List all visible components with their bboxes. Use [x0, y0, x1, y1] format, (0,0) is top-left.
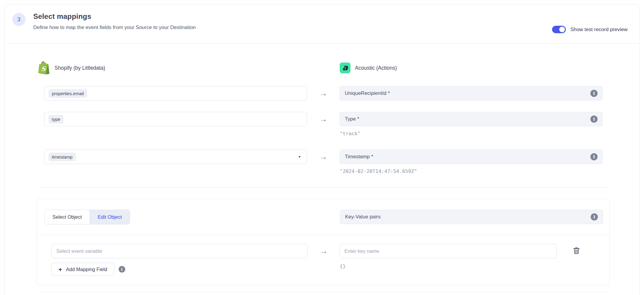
- info-icon[interactable]: i: [590, 153, 598, 160]
- destination-field: Timestamp * i: [340, 150, 603, 164]
- test-record-preview-value: "2024-02-20T14:47:54.659Z": [37, 168, 609, 174]
- section-divider: [37, 292, 610, 292]
- key-value-row: + Add Mapping Field i →: [37, 235, 610, 285]
- source-endpoint: S Shopify (by Littledata): [37, 61, 340, 75]
- source-field-cell: timestamp ▾: [44, 150, 307, 164]
- step-number-badge: 3: [12, 13, 25, 26]
- tab-select-object[interactable]: Select Object: [45, 210, 90, 224]
- mapping-row: type → Type * i: [37, 112, 609, 126]
- step-number: 3: [17, 16, 21, 23]
- destination-field-label: Type *: [345, 116, 359, 122]
- add-mapping-field-button[interactable]: + Add Mapping Field: [52, 263, 114, 276]
- test-record-preview-value: {}: [340, 263, 603, 269]
- key-value-source-column: + Add Mapping Field i: [52, 244, 308, 276]
- destination-field-cell: Type * i: [340, 112, 603, 126]
- key-value-dest-column: {}: [340, 244, 603, 269]
- show-test-record-preview-toggle[interactable]: [552, 26, 566, 33]
- destination-name: Acoustic (Actions): [355, 65, 397, 71]
- event-variable-input[interactable]: [52, 244, 308, 258]
- destination-field-cell: Key-Value pairs i: [340, 210, 603, 224]
- object-mapping-card: Select Object Edit Object Key-Value pair…: [37, 199, 610, 285]
- add-mapping-field-label: Add Mapping Field: [66, 267, 107, 272]
- source-field-cell: properties.email: [44, 86, 307, 101]
- page-title: Select mappings: [33, 12, 196, 21]
- shopify-bag-icon: S: [38, 61, 50, 75]
- mapping-row: properties.email → UniqueRecipientId * i: [37, 86, 609, 101]
- destination-field: UniqueRecipientId * i: [340, 86, 603, 101]
- toggle-knob: [559, 27, 565, 32]
- endpoints-row: S Shopify (by Littledata) a Acoustic (Ac…: [37, 61, 609, 75]
- source-field-chip[interactable]: type: [49, 115, 64, 124]
- destination-field: Key-Value pairs i: [340, 210, 603, 224]
- destination-field-label: Key-Value pairs: [345, 214, 381, 220]
- svg-text:S: S: [41, 65, 46, 72]
- destination-field-label: Timestamp *: [345, 154, 373, 160]
- source-field-cell: type: [44, 112, 307, 126]
- toggle-label: Show test record preview: [570, 27, 628, 33]
- select-mappings-card: 3 Select mappings Define how to map the …: [4, 4, 640, 295]
- delete-row-button[interactable]: [572, 246, 581, 256]
- destination-field-label: UniqueRecipientId *: [345, 90, 390, 96]
- info-icon[interactable]: i: [590, 115, 598, 123]
- mapping-row: timestamp ▾ → Timestamp * i: [37, 150, 609, 164]
- object-mapping-header-row: Select Object Edit Object Key-Value pair…: [37, 199, 610, 235]
- destination-field-cell: UniqueRecipientId * i: [340, 86, 603, 101]
- page-subtitle: Define how to map the event fields from …: [33, 25, 196, 31]
- tab-edit-object[interactable]: Edit Object: [90, 210, 130, 224]
- destination-endpoint: a Acoustic (Actions): [340, 63, 397, 73]
- key-name-row: [340, 244, 603, 258]
- source-field-input[interactable]: type: [44, 112, 307, 126]
- source-field-input[interactable]: properties.email: [44, 86, 307, 101]
- trash-icon: [573, 247, 580, 254]
- add-mapping-row: + Add Mapping Field i: [52, 263, 308, 276]
- mapping-arrow-icon: →: [307, 89, 340, 98]
- mappings-content: S Shopify (by Littledata) a Acoustic (Ac…: [4, 61, 640, 292]
- object-mode-tabs: Select Object Edit Object: [44, 210, 130, 224]
- mapping-arrow-icon: →: [307, 115, 340, 124]
- plus-icon: +: [58, 266, 62, 273]
- destination-field-cell: Timestamp * i: [340, 150, 603, 164]
- acoustic-letter: a: [342, 63, 348, 72]
- info-icon[interactable]: i: [119, 266, 125, 273]
- header-text: Select mappings Define how to map the ev…: [33, 12, 196, 31]
- test-record-preview-value: "track": [37, 131, 609, 136]
- destination-field: Type * i: [340, 112, 603, 126]
- acoustic-a-icon: a: [340, 63, 350, 73]
- test-record-preview-toggle-group: Show test record preview: [552, 26, 628, 33]
- source-field-chip[interactable]: timestamp: [49, 153, 76, 161]
- key-name-input[interactable]: [340, 244, 557, 258]
- source-field-dropdown[interactable]: timestamp ▾: [44, 150, 307, 164]
- card-header: 3 Select mappings Define how to map the …: [4, 4, 640, 44]
- mapping-arrow-icon: →: [307, 152, 340, 162]
- source-field-chip[interactable]: properties.email: [49, 89, 87, 98]
- chevron-down-icon[interactable]: ▾: [299, 155, 300, 159]
- source-name: Shopify (by Littledata): [55, 65, 105, 71]
- info-icon[interactable]: i: [591, 213, 598, 221]
- section-divider: [37, 187, 609, 188]
- info-icon[interactable]: i: [590, 90, 598, 97]
- mapping-arrow-icon: →: [308, 244, 340, 256]
